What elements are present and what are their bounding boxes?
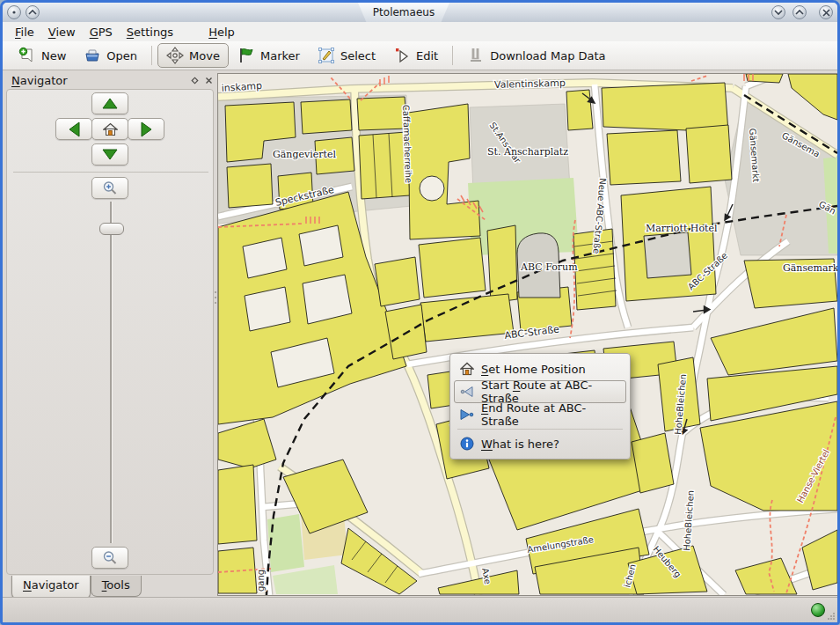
svg-text:St. Anscharplatz: St. Anscharplatz (487, 146, 568, 158)
edit-tool-button[interactable]: Edit (384, 43, 447, 68)
pan-left-button[interactable] (55, 118, 92, 140)
menu-help[interactable]: Help (201, 24, 242, 40)
map-svg[interactable]: inskamp Valentinskamp Gängeviertel Caffa… (218, 74, 837, 595)
menu-item-end-route[interactable]: End Route at ABC-Straße (454, 403, 626, 426)
menu-item-what-is-here[interactable]: What is here? (454, 432, 626, 455)
gps-status-led-icon (811, 603, 825, 617)
window-title: Ptolemaeus (373, 6, 435, 18)
svg-text:Gängeviertel: Gängeviertel (273, 149, 336, 160)
keep-above-button[interactable] (26, 5, 40, 19)
close-icon (205, 77, 213, 85)
resize-grip[interactable] (827, 612, 836, 621)
dock-header: Navigator (6, 71, 215, 89)
new-button[interactable]: New (10, 43, 75, 68)
pan-right-button[interactable] (128, 118, 164, 140)
arrow-right-icon (141, 121, 152, 137)
statusbar (3, 597, 837, 622)
dot-icon (11, 9, 18, 16)
download-map-data-button[interactable]: Download Map Data (458, 43, 614, 68)
maximize-button[interactable] (793, 5, 807, 19)
svg-text:ABC Forum: ABC Forum (520, 261, 578, 273)
menu-item-set-home-position[interactable]: Set Home Position (454, 357, 626, 380)
window-menu-button[interactable] (7, 5, 21, 19)
pan-up-button[interactable] (91, 92, 128, 114)
marker-tool-button[interactable]: Marker (229, 43, 309, 68)
chevron-up-icon (28, 9, 37, 16)
menu-settings[interactable]: Settings (120, 24, 180, 40)
arrow-up-icon (102, 98, 118, 109)
close-button[interactable] (819, 5, 833, 19)
menu-file[interactable]: File (8, 24, 41, 40)
route-end-icon (460, 408, 474, 422)
zoom-slider-handle[interactable] (99, 223, 124, 235)
window-title-tab: Ptolemaeus (358, 3, 449, 22)
navigator-dock: Navigator (6, 71, 215, 598)
zoom-out-icon (102, 550, 118, 565)
menu-view[interactable]: View (41, 24, 83, 40)
tab-navigator[interactable]: Navigator (11, 576, 91, 599)
float-panel-button[interactable] (187, 73, 201, 87)
zoom-slider-track[interactable] (110, 202, 113, 543)
open-folder-icon (84, 47, 101, 64)
marker-flag-icon (237, 47, 255, 64)
svg-text:gang: gang (256, 570, 266, 592)
pan-down-button[interactable] (91, 143, 128, 165)
titlebar[interactable]: Ptolemaeus (3, 3, 837, 23)
separator (13, 172, 208, 173)
menu-gps[interactable]: GPS (83, 24, 120, 40)
edit-cursor-icon (393, 47, 411, 64)
select-icon (318, 47, 335, 64)
menubar: File View GPS Settings Help (3, 22, 837, 41)
route-start-icon (460, 385, 474, 399)
close-icon (822, 9, 830, 17)
dock-title: Navigator (11, 74, 68, 87)
minimize-button[interactable] (771, 5, 785, 19)
open-button[interactable]: Open (75, 43, 146, 68)
chevron-down-icon (774, 9, 783, 16)
zoom-in-button[interactable] (91, 177, 128, 199)
svg-text:Marriott Hotel: Marriott Hotel (646, 223, 718, 234)
home-icon (103, 122, 118, 136)
map-view[interactable]: inskamp Valentinskamp Gängeviertel Caffa… (217, 73, 838, 596)
zoom-out-button[interactable] (91, 547, 128, 569)
new-document-icon (18, 47, 36, 64)
menu-item-start-route[interactable]: Start Route at ABC-Straße (454, 380, 626, 403)
dock-tabs: Navigator Tools (11, 576, 142, 599)
arrow-left-icon (69, 121, 80, 137)
move-tool-button[interactable]: Move (157, 43, 229, 68)
app-window: Ptolemaeus File View GPS Settings Help N… (0, 0, 840, 625)
toolbar-separator (151, 46, 152, 65)
select-tool-button[interactable]: Select (309, 43, 384, 68)
zoom-in-icon (102, 180, 118, 195)
info-icon (460, 437, 474, 451)
move-icon (166, 47, 184, 64)
download-icon (467, 47, 485, 64)
svg-text:Gänsemarkt: Gänsemarkt (783, 262, 837, 274)
map-context-menu: Set Home Position Start Route at ABC-Str… (449, 353, 631, 460)
float-diamond-icon (191, 77, 199, 85)
home-button[interactable] (91, 118, 128, 140)
svg-text:Valentinskamp: Valentinskamp (494, 77, 566, 91)
tab-tools[interactable]: Tools (91, 576, 142, 597)
toolbar: New Open Move (3, 41, 837, 70)
toolbar-separator (452, 46, 453, 65)
home-icon (460, 362, 474, 376)
close-panel-button[interactable] (201, 73, 215, 87)
chevron-up-icon (795, 9, 804, 16)
arrow-down-icon (102, 149, 118, 160)
menu-separator (457, 429, 623, 430)
